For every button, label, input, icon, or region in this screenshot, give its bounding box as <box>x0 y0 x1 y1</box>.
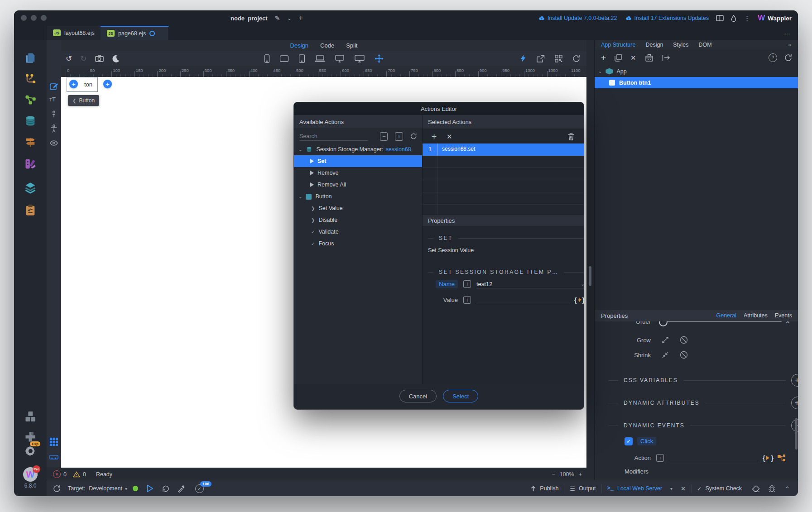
undo-icon[interactable]: ↺ <box>66 55 72 62</box>
minimize-window-button[interactable] <box>31 15 37 21</box>
new-project-icon[interactable]: + <box>299 14 303 22</box>
zoom-in-button[interactable]: + <box>579 471 582 478</box>
shrink-collapse-icon[interactable] <box>662 351 669 359</box>
kebab-menu-icon[interactable]: ⋮ <box>744 15 750 22</box>
server-selector[interactable]: >_ Local Web Server ▾ ✕ <box>607 485 686 492</box>
tree-action-remove[interactable]: Remove <box>294 167 422 179</box>
splitter-handle-icon[interactable] <box>589 266 591 286</box>
wappler-pro-icon[interactable]: W Pro <box>23 467 38 482</box>
search-input[interactable] <box>299 132 368 141</box>
preview-eye-icon[interactable] <box>49 139 58 148</box>
output-button[interactable]: ☰ Output <box>570 485 596 492</box>
add-component-button[interactable]: + <box>601 53 606 62</box>
tree-action-disable[interactable]: ❯ Disable <box>294 214 422 226</box>
collapse-bar-icon[interactable]: ⌃ <box>785 486 790 492</box>
modifiers-row[interactable]: Modifiers ⌄ <box>595 468 798 475</box>
screenshot-camera-icon[interactable] <box>95 55 104 62</box>
view-design[interactable]: Design <box>290 42 308 49</box>
rename-project-icon[interactable]: ✎ <box>275 15 280 21</box>
device-tablet-portrait-icon[interactable] <box>299 54 305 63</box>
element-info-icon[interactable] <box>49 110 58 119</box>
system-check-button[interactable]: ✓ System Check <box>697 485 742 492</box>
tasks-clipboard-icon[interactable] <box>24 204 37 216</box>
tree-node-app[interactable]: ⌄ App <box>595 66 798 77</box>
add-component-after-button[interactable]: + <box>103 80 112 88</box>
ruler-toggle-icon[interactable] <box>49 453 58 462</box>
cancel-button[interactable]: Cancel <box>399 390 437 402</box>
routing-icon[interactable] <box>24 136 37 148</box>
element-tag-selector[interactable]: ❮ Button <box>68 95 99 106</box>
tree-action-remove-all[interactable]: Remove All <box>294 179 422 191</box>
tree-action-set-value[interactable]: ❯ Set Value <box>294 202 422 214</box>
click-event-label[interactable]: Click <box>637 437 656 445</box>
tab-app-structure[interactable]: App Structure <box>601 42 635 48</box>
add-dynamic-attribute-button[interactable]: + <box>791 397 798 409</box>
grow-none-icon[interactable] <box>680 336 688 344</box>
add-css-variable-button[interactable]: + <box>791 374 798 387</box>
maximize-window-button[interactable] <box>41 15 47 21</box>
window-controls[interactable] <box>21 15 47 21</box>
design-palette-icon[interactable] <box>24 158 37 170</box>
device-large-desktop-icon[interactable] <box>355 55 365 62</box>
action-value-input[interactable] <box>668 454 759 462</box>
view-split[interactable]: Split <box>346 42 357 49</box>
name-select[interactable]: test12 ⌄ <box>476 280 584 288</box>
typography-icon[interactable]: ᴛT <box>49 96 58 105</box>
empty-action-row[interactable] <box>423 180 584 192</box>
tab-design[interactable]: Design <box>645 42 663 48</box>
clean-eraser-icon[interactable] <box>752 485 760 492</box>
trash-icon[interactable] <box>567 133 575 140</box>
flow-editor-icon[interactable] <box>777 455 786 462</box>
tab-page68[interactable]: JS page68.ejs <box>101 26 169 40</box>
droplet-icon[interactable] <box>731 15 736 22</box>
layers-icon[interactable] <box>24 182 37 194</box>
empty-action-row[interactable] <box>423 168 584 180</box>
info-icon[interactable]: i <box>463 280 471 288</box>
tree-action-focus[interactable]: ✓ Focus <box>294 238 422 249</box>
chevron-down-icon[interactable]: ⌄ <box>287 16 291 21</box>
tree-button-component[interactable]: ⌄ Button <box>294 191 422 202</box>
responsive-resize-icon[interactable] <box>375 54 384 63</box>
device-laptop-icon[interactable] <box>315 55 325 62</box>
add-action-button[interactable]: + <box>432 132 437 141</box>
settings-gear-icon[interactable]: Exp <box>24 445 37 458</box>
refresh-icon[interactable] <box>572 55 580 62</box>
validation-check-button[interactable]: ✓ 106 <box>195 484 204 493</box>
dynamic-data-picker-icon[interactable]: {} <box>574 297 584 304</box>
help-icon[interactable]: ? <box>769 53 777 62</box>
publish-button[interactable]: Publish <box>530 485 558 492</box>
refresh-actions-icon[interactable] <box>410 133 417 140</box>
panel-scrollbar[interactable] <box>795 418 798 450</box>
packages-icon[interactable] <box>24 410 37 423</box>
add-component-before-button[interactable]: + <box>69 80 78 88</box>
info-icon[interactable]: i <box>656 454 664 462</box>
close-window-button[interactable] <box>21 15 27 21</box>
properties-tab-attributes[interactable]: Attributes <box>744 312 768 319</box>
qr-code-icon[interactable] <box>555 55 562 62</box>
delete-component-button[interactable]: ✕ <box>630 54 636 61</box>
properties-tab-events[interactable]: Events <box>775 312 792 319</box>
install-update-link[interactable]: Install Update 7.0.0-beta.22 <box>538 15 617 21</box>
build-hammer-icon[interactable] <box>178 485 186 493</box>
value-input[interactable] <box>476 296 570 304</box>
refresh-structure-icon[interactable] <box>784 54 792 62</box>
copy-icon[interactable] <box>615 54 622 62</box>
device-phone-icon[interactable] <box>264 54 270 63</box>
export-icon[interactable] <box>662 54 670 61</box>
view-code[interactable]: Code <box>320 42 334 49</box>
selected-action-row[interactable]: 1 session68.set <box>423 144 584 156</box>
tab-dom[interactable]: DOM <box>698 42 711 48</box>
collapse-all-button[interactable]: − <box>380 132 388 141</box>
panel-splitter[interactable] <box>586 40 594 480</box>
rerun-icon[interactable] <box>162 485 169 493</box>
tree-node-button-btn1[interactable]: Button btn1 <box>595 77 798 88</box>
properties-tab-general[interactable]: General <box>716 312 736 319</box>
dynamic-data-bolt-icon[interactable] <box>520 54 526 62</box>
layout-columns-icon[interactable] <box>716 15 724 21</box>
run-play-button[interactable] <box>146 484 154 493</box>
empty-action-row[interactable] <box>423 156 584 168</box>
install-extensions-link[interactable]: Install 17 Extensions Updates <box>625 15 709 21</box>
select-button[interactable]: Select <box>443 390 478 402</box>
more-panels-button[interactable]: » <box>788 42 791 48</box>
chevron-down-icon[interactable]: ▾ <box>670 486 673 491</box>
